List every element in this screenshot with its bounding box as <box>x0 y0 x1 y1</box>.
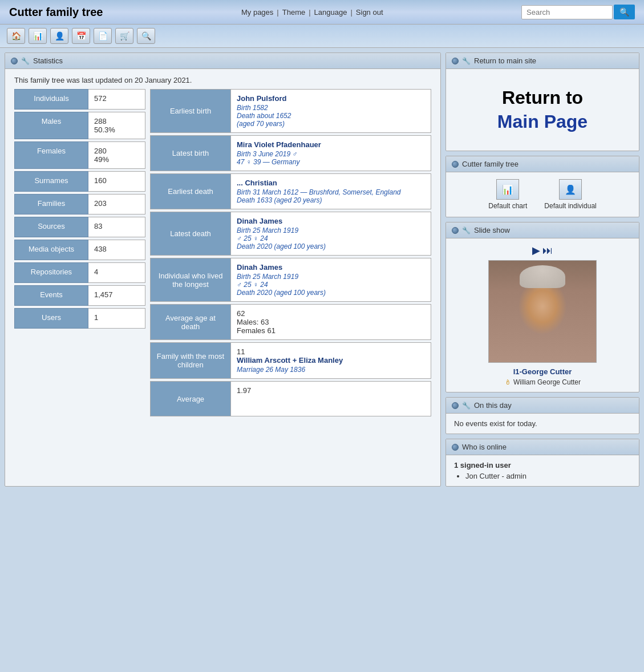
latest-birth-detail: Birth 3 June 2019 ♂47 ♀ 39 — Germany <box>237 150 425 166</box>
toolbar-individual-btn[interactable]: 👤 <box>50 28 68 44</box>
default-individual-label: Default individual <box>544 202 596 210</box>
slideshow-header: 🔧 Slide show <box>446 222 639 238</box>
slideshow-content: ▶ ⏭ I1-George Cutter 🕯 William George Cu… <box>446 238 639 392</box>
earliest-birth-name[interactable]: John Pulsford <box>237 94 425 103</box>
cat-row-earliest-death: Earliest death ... Christian Birth 31 Ma… <box>150 173 431 209</box>
slideshow-next-button[interactable]: ⏭ <box>542 245 553 257</box>
cat-row-latest-death: Latest death Dinah James Birth 25 March … <box>150 212 431 256</box>
on-this-day-panel: 🔧 On this day No events exist for today. <box>445 397 639 434</box>
return-main-panel: 🔧 Return to main site Return to Main Pag… <box>445 52 639 151</box>
otd-wrench-icon: 🔧 <box>462 402 471 410</box>
cat-value-earliest-death: ... Christian Birth 31 March 1612 — Brus… <box>230 174 431 209</box>
stat-row-males: Males 28850.3% <box>14 112 145 139</box>
longest-lived-name[interactable]: Dinah James <box>237 263 425 272</box>
stat-value-individuals: 572 <box>88 89 145 110</box>
nav-theme[interactable]: Theme <box>279 8 309 17</box>
cat-label-longest-lived: Individual who lived the longest <box>151 258 230 301</box>
nav-my-pages[interactable]: My pages <box>238 8 277 17</box>
return-line1: Return to <box>457 86 627 110</box>
family-tree-panel: Cutter family tree 📊 Default chart 👤 Def… <box>445 156 639 217</box>
default-individual-item[interactable]: 👤 Default individual <box>544 179 596 210</box>
stat-row-users: Users 1 <box>14 308 145 329</box>
category-stats-table: Earliest birth John Pulsford Birth 1582D… <box>150 89 431 419</box>
left-panel: 🔧 Statistics This family tree was last u… <box>5 52 441 487</box>
stat-label-families: Families <box>14 194 88 214</box>
slide-caption: I1-George Cutter <box>452 367 633 376</box>
stat-row-individuals: Individuals 572 <box>14 89 145 110</box>
nav-language[interactable]: Language <box>311 8 351 17</box>
cat-value-avg-age: 62Males: 63Females 61 <box>230 305 431 339</box>
toolbar-reports-btn[interactable]: 📄 <box>94 28 112 44</box>
toolbar-chart-btn[interactable]: 📊 <box>29 28 47 44</box>
stat-label-males: Males <box>14 112 88 139</box>
site-title: Cutter family tree <box>9 6 103 19</box>
latest-death-detail: Birth 25 March 1919♂ 25 ♀ 24Death 2020 (… <box>237 226 425 250</box>
stat-value-females: 28049% <box>88 141 145 169</box>
stat-value-users: 1 <box>88 308 145 329</box>
who-online-header: Who is online <box>446 439 639 455</box>
who-online-title: Who is online <box>462 443 507 451</box>
latest-birth-name[interactable]: Mira Violet Pfadenhauer <box>237 140 425 149</box>
slide-link[interactable]: 🕯 William George Cutter <box>452 378 633 386</box>
stat-value-repos: 4 <box>88 262 145 283</box>
most-children-marriage: Marriage 26 May 1836 <box>237 366 425 374</box>
toolbar-calendar-btn[interactable]: 📅 <box>72 28 90 44</box>
on-this-day-content: No events exist for today. <box>446 414 639 434</box>
who-online-panel: Who is online 1 signed-in user Jon Cutte… <box>445 439 639 487</box>
on-this-day-header: 🔧 On this day <box>446 398 639 414</box>
online-user-item: Jon Cutter - admin <box>465 472 631 480</box>
cat-row-avg-age: Average age at death 62Males: 63Females … <box>150 304 431 340</box>
stat-value-males: 28850.3% <box>88 112 145 139</box>
nav-sign-out[interactable]: Sign out <box>353 8 387 17</box>
family-tree-content: 📊 Default chart 👤 Default individual <box>446 172 639 217</box>
cat-value-earliest-birth: John Pulsford Birth 1582Death about 1652… <box>230 90 431 132</box>
stat-row-families: Families 203 <box>14 194 145 214</box>
cat-row-most-children: Family with the most children 11 William… <box>150 342 431 379</box>
signed-in-count: 1 signed-in user <box>454 461 631 469</box>
on-this-day-title: On this day <box>474 401 512 410</box>
left-stats-table: Individuals 572 Males 28850.3% Females 2… <box>14 89 145 419</box>
stat-value-families: 203 <box>88 194 145 214</box>
return-main-content[interactable]: Return to Main Page <box>446 69 639 151</box>
slideshow-panel: 🔧 Slide show ▶ ⏭ I1-George Cutter 🕯 Will… <box>445 222 639 392</box>
cat-row-average: Average 1.97 <box>150 381 431 416</box>
slideshow-wrench-icon: 🔧 <box>462 226 471 234</box>
candle-icon: 🕯 <box>504 378 511 386</box>
most-children-family[interactable]: William Arscott + Eliza Manley <box>237 356 425 365</box>
toolbar-search-btn[interactable]: 🔍 <box>137 28 155 44</box>
earliest-birth-detail: Birth 1582Death about 1652(aged 70 years… <box>237 104 425 128</box>
default-chart-icon: 📊 <box>496 179 519 200</box>
main-layout: 🔧 Statistics This family tree was last u… <box>0 48 644 491</box>
search-button[interactable]: 🔍 <box>614 5 635 19</box>
cat-value-most-children: 11 William Arscott + Eliza Manley Marria… <box>230 343 431 378</box>
search-input[interactable] <box>521 5 613 19</box>
online-users-list: Jon Cutter - admin <box>454 472 631 480</box>
longest-lived-detail: Birth 25 March 1919♂ 25 ♀ 24Death 2020 (… <box>237 273 425 297</box>
statistics-title: Statistics <box>33 56 63 65</box>
default-individual-icon: 👤 <box>559 179 582 200</box>
stat-row-females: Females 28049% <box>14 141 145 169</box>
wio-dot-icon <box>452 444 459 451</box>
stat-label-media: Media objects <box>14 240 88 260</box>
earliest-death-name[interactable]: ... Christian <box>237 179 425 187</box>
avg-age-value: 62Males: 63Females 61 <box>237 309 425 335</box>
family-tree-header: Cutter family tree <box>446 156 639 172</box>
latest-death-name[interactable]: Dinah James <box>237 217 425 225</box>
stat-value-sources: 83 <box>88 217 145 237</box>
stat-label-individuals: Individuals <box>14 89 88 110</box>
family-tree-title: Cutter family tree <box>462 160 519 168</box>
most-children-count: 11 <box>237 347 425 356</box>
toolbar-cart-btn[interactable]: 🛒 <box>115 28 133 44</box>
stat-row-surnames: Surnames 160 <box>14 171 145 192</box>
header-nav: My pages | Theme | Language | Sign out <box>238 8 387 17</box>
cat-row-earliest-birth: Earliest birth John Pulsford Birth 1582D… <box>150 89 431 133</box>
cat-label-earliest-death: Earliest death <box>151 174 230 209</box>
default-chart-item[interactable]: 📊 Default chart <box>488 179 527 210</box>
cat-label-latest-birth: Latest birth <box>151 136 230 171</box>
slideshow-play-button[interactable]: ▶ <box>532 244 540 257</box>
toolbar-home-btn[interactable]: 🏠 <box>7 28 25 44</box>
right-panel: 🔧 Return to main site Return to Main Pag… <box>445 52 639 487</box>
stat-value-media: 438 <box>88 240 145 260</box>
return-dot-icon <box>452 58 459 64</box>
slideshow-title: Slide show <box>474 226 510 234</box>
